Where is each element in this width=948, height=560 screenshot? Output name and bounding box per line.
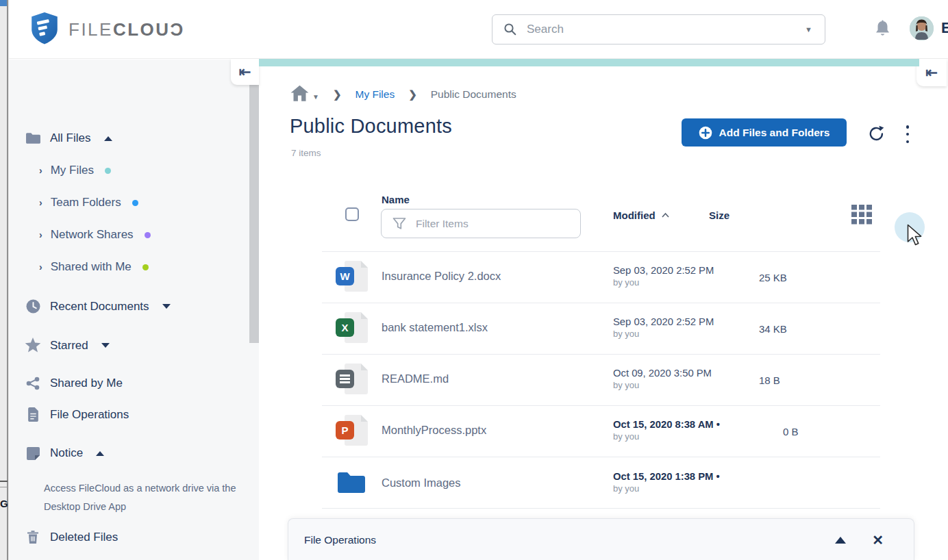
file-size: 25 KB xyxy=(759,272,787,283)
network-shares-dot xyxy=(145,232,151,238)
powerpoint-file-icon: P xyxy=(336,415,370,446)
grid-view-icon[interactable] xyxy=(851,205,872,227)
background-window-text: Gr xyxy=(0,498,8,509)
background-window-fragment xyxy=(0,0,7,6)
column-header-modified[interactable]: Modified xyxy=(613,209,670,221)
mouse-cursor xyxy=(907,224,923,249)
column-header-name[interactable]: Name xyxy=(382,194,410,205)
sidebar-item-my-files[interactable]: › My Files xyxy=(39,164,111,177)
user-name-partial: E xyxy=(941,19,948,37)
sidebar-item-label: Recent Documents xyxy=(50,300,149,314)
sidebar-item-starred[interactable]: Starred xyxy=(25,338,110,353)
plus-circle-icon xyxy=(699,126,712,140)
team-folders-dot xyxy=(132,200,138,206)
panel-collapse-triangle-icon[interactable] xyxy=(835,537,846,544)
sidebar-item-label: Team Folders xyxy=(51,196,121,209)
sidebar-item-shared-by-me[interactable]: Shared by Me xyxy=(25,377,123,390)
sidebar-item-label: Network Shares xyxy=(51,228,134,242)
sidebar-collapse-button[interactable]: ⇤ xyxy=(231,59,259,85)
file-modified: Oct 09, 2020 3:50 PM by you xyxy=(613,368,712,390)
expand-caret-icon[interactable] xyxy=(162,304,171,309)
background-window-edge: Gr xyxy=(0,0,9,560)
sidebar-item-shared-with-me[interactable]: › Shared with Me xyxy=(39,260,149,274)
sidebar-scrollbar[interactable] xyxy=(249,81,259,343)
collapse-caret-icon[interactable] xyxy=(96,451,104,456)
word-file-icon: W xyxy=(336,261,370,292)
panel-collapse-button[interactable]: ⇤ xyxy=(916,59,947,86)
breadcrumb-link-my-files[interactable]: My Files xyxy=(355,88,395,101)
search-scope-caret-icon[interactable]: ▼ xyxy=(805,25,812,34)
folder-icon xyxy=(25,132,41,144)
collapse-caret-icon[interactable] xyxy=(104,136,112,141)
column-header-size[interactable]: Size xyxy=(709,209,729,221)
panel-close-icon[interactable]: ✕ xyxy=(872,533,884,547)
chevron-right-icon[interactable]: › xyxy=(39,262,42,272)
filecloud-logo[interactable]: FILECLOUƆ xyxy=(30,12,185,47)
sidebar-item-label: Shared with Me xyxy=(51,260,132,274)
file-name[interactable]: README.md xyxy=(382,372,449,385)
breadcrumb-chevron-icon: ❯ xyxy=(333,88,342,101)
sidebar-item-label: Notice xyxy=(50,446,83,460)
sidebar-item-all-files[interactable]: All Files xyxy=(25,131,112,145)
note-icon xyxy=(25,447,41,460)
filter-items-input[interactable] xyxy=(416,218,580,230)
user-avatar[interactable] xyxy=(910,16,934,40)
more-options-kebab-icon[interactable] xyxy=(904,125,911,143)
modified-label: Modified xyxy=(613,209,656,221)
table-divider xyxy=(322,303,880,303)
table-divider xyxy=(322,405,880,406)
sidebar-item-deleted-files[interactable]: Deleted Files xyxy=(25,531,118,544)
markdown-file-icon xyxy=(336,364,370,395)
file-name[interactable]: MonthlyProcess.pptx xyxy=(382,424,486,437)
home-caret-icon[interactable]: ▼ xyxy=(312,93,319,101)
add-files-label: Add Files and Folders xyxy=(719,127,830,139)
file-name[interactable]: bank statement1.xlsx xyxy=(382,321,488,334)
sidebar-item-label: My Files xyxy=(51,164,94,177)
breadcrumb: ▼ ❯ My Files ❯ Public Documents xyxy=(290,85,516,104)
sidebar-item-team-folders[interactable]: › Team Folders xyxy=(39,196,138,209)
file-operations-panel: File Operations ✕ xyxy=(288,518,914,560)
items-count: 7 items xyxy=(291,148,321,158)
file-name[interactable]: Insurance Policy 2.docx xyxy=(382,270,501,283)
sidebar-item-label: File Operations xyxy=(50,408,129,422)
notifications-bell-icon[interactable] xyxy=(875,20,890,40)
table-divider xyxy=(322,508,880,509)
page-title: Public Documents xyxy=(290,115,452,138)
add-files-button[interactable]: Add Files and Folders xyxy=(682,118,847,147)
sidebar-item-file-operations[interactable]: File Operations xyxy=(25,407,129,422)
sidebar-item-recent-documents[interactable]: Recent Documents xyxy=(25,299,171,314)
chevron-right-icon[interactable]: › xyxy=(39,165,42,176)
sidebar-item-label: Starred xyxy=(50,339,88,353)
home-icon[interactable] xyxy=(290,85,309,105)
top-bar: FILECLOUƆ ▼ E xyxy=(9,0,948,59)
select-all-checkbox[interactable] xyxy=(345,207,359,221)
breadcrumb-current: Public Documents xyxy=(431,88,516,101)
background-window-divider xyxy=(0,481,8,482)
sidebar-item-network-shares[interactable]: › Network Shares xyxy=(39,228,151,242)
filecloud-wordmark: FILECLOUƆ xyxy=(68,19,185,40)
notice-message: Access FileCloud as a network drive via … xyxy=(44,479,244,516)
filecloud-app: Gr FILECLOUƆ xyxy=(0,0,948,560)
chevron-right-icon[interactable]: › xyxy=(39,197,42,208)
shared-with-me-dot xyxy=(142,264,149,270)
trash-icon xyxy=(25,531,41,544)
sidebar-item-label: Shared by Me xyxy=(50,377,123,390)
expand-caret-icon[interactable] xyxy=(101,343,110,348)
search-icon xyxy=(503,23,517,36)
refresh-icon[interactable] xyxy=(867,125,886,144)
sidebar-item-notice[interactable]: Notice xyxy=(25,446,104,460)
excel-file-icon: X xyxy=(336,312,370,344)
file-size: 0 B xyxy=(783,426,799,437)
filter-funnel-icon xyxy=(392,217,407,231)
sidebar-item-label: All Files xyxy=(50,131,91,145)
table-divider xyxy=(322,354,880,355)
background-window-divider xyxy=(0,487,8,487)
accent-bar xyxy=(259,59,919,66)
file-modified: Sep 03, 2020 2:52 PM by you xyxy=(613,265,714,288)
table-divider xyxy=(322,457,880,457)
folder-name[interactable]: Custom Images xyxy=(382,476,461,489)
search-input[interactable] xyxy=(527,23,805,36)
filter-box xyxy=(381,209,581,238)
chevron-right-icon[interactable]: › xyxy=(39,229,42,240)
sidebar: All Files › My Files › Team Folders › Ne… xyxy=(9,60,259,560)
